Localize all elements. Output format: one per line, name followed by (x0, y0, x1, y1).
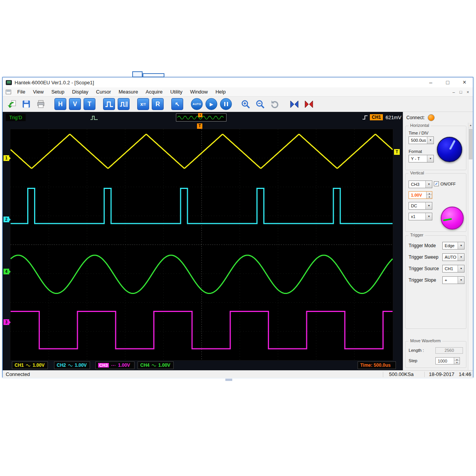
status-separator (424, 372, 425, 377)
waveform-preview[interactable]: T (176, 113, 227, 121)
mdi-restore-button[interactable]: □ (460, 87, 462, 97)
ch3-readout[interactable]: CH3 1.00V (95, 361, 135, 369)
split-vertical-button[interactable] (303, 98, 315, 110)
trigger-status: Trig'D (6, 114, 26, 121)
channel-marker-ch3[interactable]: 3 (3, 319, 9, 325)
menu-window[interactable]: Window (186, 87, 212, 97)
horizontal-group-title: Horizontal (409, 123, 431, 128)
trigger-group: Trigger Trigger Mode Edge▼ Trigger Sweep… (405, 235, 466, 329)
dropdown-arrow-icon[interactable]: ▼ (458, 277, 464, 284)
trigger-source-select[interactable]: CH1▼ (442, 265, 465, 272)
horizontal-trigger-marker[interactable]: T (197, 123, 202, 129)
ch4-readout[interactable]: CH4 1.00V (138, 361, 174, 369)
channel-marker-ch1[interactable]: 1 (3, 155, 9, 161)
ch1-readout[interactable]: CH1 1.00V (12, 361, 48, 369)
ch2-readout[interactable]: CH2 1.00V (54, 361, 90, 369)
connect-label: Connect: (406, 115, 425, 120)
menu-display[interactable]: Display (68, 87, 92, 97)
channel-marker-ch2[interactable]: 2 (3, 217, 9, 222)
dropdown-arrow-icon[interactable]: ▼ (427, 155, 433, 162)
coupling-select[interactable]: DC ▼ (409, 202, 432, 210)
sample-rate: 500.00KSa (389, 371, 414, 377)
time-div-select[interactable]: 500.0us ▼ (409, 136, 434, 144)
menu-utility[interactable]: Utility (166, 87, 186, 97)
waveform-list-button[interactable] (118, 98, 130, 110)
red-bowtie-icon (304, 100, 314, 108)
run-button[interactable]: ▶ (205, 98, 217, 110)
onoff-label: ON/OFF (440, 182, 456, 186)
step-label: Step (409, 358, 417, 363)
channel-select[interactable]: CH3 ▼ (409, 181, 432, 188)
pause-button[interactable] (220, 98, 232, 110)
split-horizontal-button[interactable] (288, 98, 300, 110)
scrollbar-thumb[interactable] (469, 129, 473, 159)
status-time: 14:46 (459, 371, 471, 377)
step-spinner[interactable]: 1000 ▲ ▼ (435, 357, 460, 364)
trigger-slope-select[interactable]: +▼ (442, 276, 465, 284)
vertical-button[interactable]: V (69, 98, 81, 110)
dropdown-arrow-icon[interactable]: ▼ (425, 213, 432, 220)
trigger-sweep-select[interactable]: AUTO▼ (442, 253, 465, 261)
ch4-label: CH4 (140, 363, 149, 368)
trigger-mode-select[interactable]: Edge▼ (442, 242, 465, 249)
scope-display[interactable] (10, 129, 393, 361)
zoom-out-button[interactable] (254, 98, 266, 110)
menu-help[interactable]: Help (212, 87, 230, 97)
preview-trigger-marker[interactable]: T (198, 113, 202, 117)
volts-div-spinner[interactable]: 1.00V ▲ ▼ (409, 191, 432, 199)
trigger-level-marker[interactable]: T (394, 149, 400, 155)
refresh-button[interactable] (269, 98, 281, 110)
waveform-button[interactable] (103, 98, 115, 110)
record-button[interactable]: R (152, 98, 164, 110)
spin-down-icon[interactable]: ▼ (454, 360, 460, 364)
mdi-close-button[interactable]: × (467, 87, 469, 97)
auto-label: AUTO (193, 102, 201, 106)
trigger-button[interactable]: T (84, 98, 95, 110)
vertical-position-knob[interactable] (441, 207, 464, 230)
scroll-up-icon[interactable]: ▲ (468, 123, 473, 128)
probe-select[interactable]: x1 ▼ (409, 213, 432, 220)
trigger-slope-value: + (445, 278, 447, 282)
math-button[interactable]: x= (137, 98, 149, 110)
maximize-button[interactable]: □ (439, 77, 456, 87)
minimize-button[interactable]: – (422, 77, 439, 87)
trigger-mode-label: Trigger Mode (409, 243, 436, 248)
menu-file[interactable]: File (13, 87, 29, 97)
app-icon (6, 80, 12, 85)
dropdown-arrow-icon[interactable]: ▼ (425, 181, 432, 188)
channel-marker-ch4[interactable]: 4 (3, 269, 9, 274)
print-button[interactable] (35, 98, 47, 110)
onoff-checkbox[interactable]: ✓ (434, 181, 439, 186)
menu-measure[interactable]: Measure (115, 87, 142, 97)
menu-setup[interactable]: Setup (48, 87, 68, 97)
horizontal-position-knob[interactable] (437, 137, 462, 162)
content-area: Trig'D T CH1 621mV T T 1 2 4 3 CH1 (3, 112, 473, 370)
panel-scrollbar[interactable]: ▲ (468, 123, 473, 370)
dropdown-arrow-icon[interactable]: ▼ (427, 137, 433, 144)
format-select[interactable]: Y - T ▼ (409, 155, 434, 162)
zoom-in-button[interactable] (240, 98, 251, 110)
dropdown-arrow-icon[interactable]: ▼ (458, 265, 464, 272)
menu-cursor[interactable]: Cursor (92, 87, 115, 97)
connect-indicator[interactable] (428, 114, 435, 121)
waveform-ch1 (11, 135, 393, 168)
document-icon[interactable] (6, 90, 11, 94)
mdi-minimize-button[interactable]: – (453, 87, 455, 97)
save-button[interactable] (20, 98, 32, 110)
dropdown-arrow-icon[interactable]: ▼ (458, 254, 464, 261)
menu-acquire[interactable]: Acquire (142, 87, 166, 97)
autoset-button[interactable]: AUTO (191, 98, 203, 110)
cursor-button[interactable]: ↖ (171, 98, 183, 110)
time-div-label: Time / DIV (409, 131, 428, 135)
spin-down-icon[interactable]: ▼ (426, 195, 432, 199)
open-file-button[interactable] (6, 98, 18, 110)
menu-view[interactable]: View (29, 87, 48, 97)
horizontal-button[interactable]: H (54, 98, 66, 110)
format-value: Y - T (411, 156, 420, 161)
dropdown-arrow-icon[interactable]: ▼ (458, 242, 464, 249)
dropdown-arrow-icon[interactable]: ▼ (425, 202, 432, 209)
ac-coupling-icon (151, 364, 156, 367)
pulse-list-icon (119, 100, 128, 109)
close-button[interactable]: × (456, 77, 473, 87)
horizontal-label: H (58, 101, 63, 108)
